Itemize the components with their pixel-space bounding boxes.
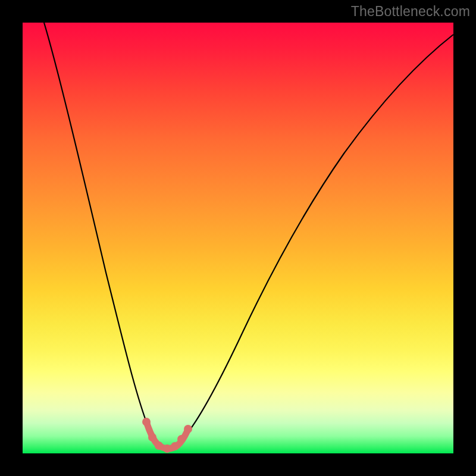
svg-point-4 bbox=[171, 442, 179, 450]
svg-point-1 bbox=[148, 433, 156, 441]
chart-frame: TheBottleneck.com bbox=[0, 0, 476, 476]
svg-point-3 bbox=[163, 444, 171, 453]
watermark-text: TheBottleneck.com bbox=[351, 4, 470, 20]
svg-point-0 bbox=[142, 418, 151, 426]
bottleneck-curve-svg bbox=[23, 23, 453, 453]
svg-point-5 bbox=[177, 435, 186, 443]
svg-point-6 bbox=[184, 425, 192, 433]
svg-point-2 bbox=[155, 441, 163, 450]
plot-area bbox=[23, 23, 453, 453]
bottleneck-curve bbox=[44, 23, 453, 447]
